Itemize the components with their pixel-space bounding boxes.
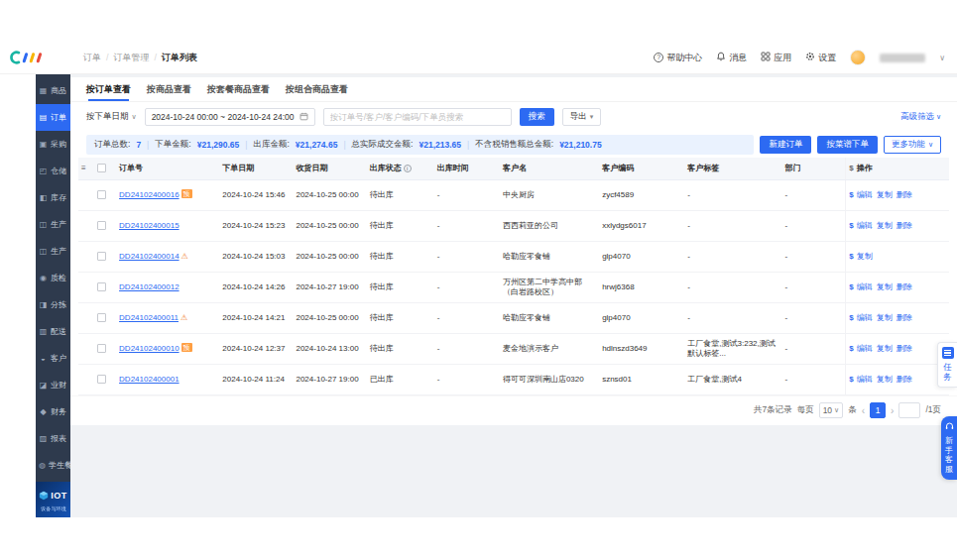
search-button[interactable]: 搜索 <box>520 108 554 126</box>
payment-icon[interactable]: $ <box>849 313 853 322</box>
delete-link[interactable]: 删除 <box>897 221 912 230</box>
date-type-select[interactable]: 按下单日期 ∨ <box>86 111 137 123</box>
receive-date: 2024-10-27 19:00 <box>293 272 366 302</box>
settings-link[interactable]: 设置 <box>805 52 836 64</box>
sidebar-item-warehousing[interactable]: ◰仓储 <box>36 158 70 184</box>
support-float-button[interactable]: 新手客服 <box>941 416 957 480</box>
edit-link[interactable]: 编辑 <box>857 375 873 384</box>
page-number-1[interactable]: 1 <box>870 402 886 418</box>
delete-link[interactable]: 删除 <box>897 344 912 353</box>
order-number-link[interactable]: DD24102400015 <box>119 221 179 230</box>
row-checkbox[interactable] <box>97 190 106 199</box>
sidebar-item-customers[interactable]: ◒客户 <box>36 345 70 372</box>
new-order-button[interactable]: 新建订单 <box>760 136 811 154</box>
delete-link[interactable]: 删除 <box>897 313 912 322</box>
help-center-link[interactable]: ? 帮助中心 <box>654 52 702 64</box>
next-page-button[interactable]: › <box>891 405 894 416</box>
payment-icon[interactable]: $ <box>849 252 853 261</box>
outbound-time: - <box>434 272 500 302</box>
order-number-link[interactable]: DD24102400016 <box>119 190 179 199</box>
copy-link[interactable]: 复制 <box>857 252 873 261</box>
sidebar-item-finance[interactable]: ◆财务 <box>36 398 70 425</box>
tab-view-by-combo[interactable]: 按组合商品查看 <box>286 77 348 101</box>
messages-link[interactable]: 消息 <box>716 52 747 64</box>
chevron-down-icon[interactable]: ∨ <box>939 54 945 62</box>
sidebar-item-business-finance[interactable]: ◪业财 <box>36 372 70 398</box>
breadcrumb-item[interactable]: 订单管理 <box>114 52 150 64</box>
search-input[interactable] <box>323 108 512 126</box>
sidebar-item-delivery[interactable]: ▥配送 <box>36 318 70 345</box>
customer-name: 中央厨房 <box>500 179 599 210</box>
date-range-input[interactable]: 2024-10-24 00:00 ~ 2024-10-24 24:00 <box>145 108 315 126</box>
copy-link[interactable]: 复制 <box>877 282 893 291</box>
breadcrumb-item[interactable]: 订单 <box>83 52 101 64</box>
avatar[interactable] <box>850 50 866 65</box>
row-checkbox[interactable] <box>97 313 106 322</box>
sidebar-item-student-meals[interactable]: ◍学生餐 <box>36 452 70 479</box>
sidebar-item-purchasing[interactable]: ▣采购 <box>36 131 70 158</box>
table-row: DD24102400010预 2024-10-24 12:37 2024-10-… <box>78 333 949 364</box>
edit-link[interactable]: 编辑 <box>857 313 873 322</box>
payment-icon[interactable]: $ <box>849 344 853 353</box>
tab-view-by-product[interactable]: 按商品查看 <box>147 77 191 101</box>
order-number-link[interactable]: DD24102400014 <box>119 252 179 261</box>
sidebar-item-products[interactable]: ▦商品 <box>36 77 70 104</box>
sidebar-item-sorting[interactable]: ◨分拣 <box>36 291 70 318</box>
delete-link[interactable]: 删除 <box>897 190 912 199</box>
customer-tags: - <box>684 241 781 272</box>
row-checkbox[interactable] <box>97 252 106 261</box>
customer-code: xxlydgs6017 <box>599 210 684 241</box>
recipe-order-button[interactable]: 按菜谱下单 <box>817 136 878 154</box>
copy-link[interactable]: 复制 <box>877 313 893 322</box>
order-number-link[interactable]: DD24102400010 <box>119 344 179 353</box>
sidebar-item-production-2[interactable]: ◫生产 <box>36 238 70 265</box>
row-checkbox[interactable] <box>97 282 106 291</box>
gear-icon <box>805 52 815 63</box>
payment-icon[interactable]: $ <box>849 375 853 384</box>
summary-row: 订单总数:7 | 下单金额:¥21,290.65 | 出库金额:¥21,274.… <box>70 132 957 158</box>
iot-logo[interactable]: IOT 设备与环境 <box>36 482 70 517</box>
select-all-checkbox[interactable] <box>97 164 106 172</box>
delete-link[interactable]: 删除 <box>897 375 912 384</box>
sidebar-item-inventory[interactable]: ◧库存 <box>36 184 70 211</box>
tab-view-by-order[interactable]: 按订单查看 <box>86 77 131 101</box>
copy-link[interactable]: 复制 <box>877 221 893 230</box>
row-checkbox[interactable] <box>97 344 106 353</box>
page-size-select[interactable]: 10 ∨ <box>819 402 844 418</box>
copy-link[interactable]: 复制 <box>877 344 893 353</box>
payment-icon[interactable]: $ <box>849 221 853 230</box>
advanced-filter-link[interactable]: 高级筛选 ∨ <box>900 111 941 123</box>
expand-all-icon[interactable]: ≡ <box>81 164 86 172</box>
edit-link[interactable]: 编辑 <box>857 282 873 291</box>
more-functions-button[interactable]: 更多功能 ∨ <box>884 136 941 154</box>
edit-link[interactable]: 编辑 <box>857 190 873 199</box>
delete-link[interactable]: 删除 <box>897 282 912 291</box>
sidebar-item-quality-check[interactable]: ◉质检 <box>36 265 70 291</box>
sidebar-item-reports[interactable]: ▨报表 <box>36 425 70 452</box>
meal-icon: ◍ <box>39 461 46 470</box>
row-checkbox[interactable] <box>97 375 106 384</box>
order-number-link[interactable]: DD24102400011 <box>119 313 179 322</box>
calendar-icon <box>299 112 308 123</box>
copy-link[interactable]: 复制 <box>877 190 893 199</box>
tab-view-by-package[interactable]: 按套餐商品查看 <box>207 77 270 101</box>
edit-link[interactable]: 编辑 <box>857 344 873 353</box>
customer-code: zycf4589 <box>599 179 684 210</box>
payment-icon[interactable]: $ <box>849 282 853 291</box>
edit-link[interactable]: 编辑 <box>857 221 873 230</box>
apps-link[interactable]: 应用 <box>761 52 791 64</box>
payment-icon[interactable]: $ <box>849 190 853 199</box>
sidebar-item-orders[interactable]: ▤订单 <box>36 104 70 131</box>
row-checkbox[interactable] <box>97 221 106 230</box>
order-number-link[interactable]: DD24102400001 <box>119 375 179 384</box>
task-float-button[interactable]: 任务 <box>937 342 957 388</box>
outbound-time: - <box>434 364 500 394</box>
prev-page-button[interactable]: ‹ <box>862 405 865 416</box>
order-number-link[interactable]: DD24102400012 <box>119 282 179 291</box>
sidebar-item-production-1[interactable]: ◫生产 <box>36 211 70 238</box>
purchasing-icon: ▣ <box>39 140 48 149</box>
info-icon[interactable]: i <box>404 165 412 172</box>
page-jump-input[interactable] <box>898 402 920 418</box>
export-button[interactable]: 导出 ▾ <box>562 108 602 126</box>
copy-link[interactable]: 复制 <box>877 375 893 384</box>
